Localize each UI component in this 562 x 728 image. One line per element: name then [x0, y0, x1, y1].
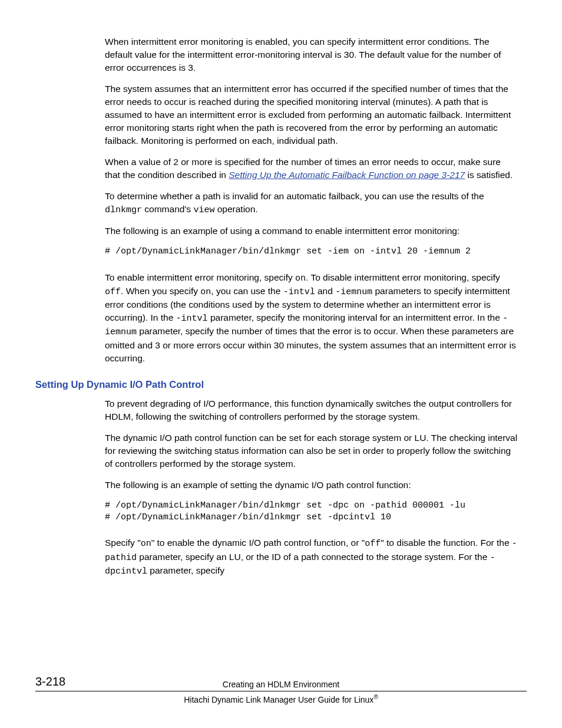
- inline-code: on: [200, 287, 211, 297]
- cross-reference-link[interactable]: Setting Up the Automatic Failback Functi…: [229, 170, 465, 180]
- registered-symbol: ®: [373, 694, 378, 700]
- chapter-title: Creating an HDLM Environment: [223, 680, 339, 689]
- paragraph: To prevent degrading of I/O performance,…: [105, 397, 518, 423]
- text: command's: [142, 204, 193, 214]
- paragraph: When intermittent error monitoring is en…: [105, 35, 518, 74]
- inline-code: on: [141, 539, 151, 549]
- text: parameter, specify: [147, 565, 224, 575]
- text: " to enable the dynamic I/O path control…: [151, 538, 365, 548]
- text: . To disable intermittent error monitori…: [306, 272, 500, 282]
- text: " to disable the function. For the: [381, 538, 512, 548]
- text: Hitachi Dynamic Link Manager User Guide …: [184, 695, 373, 704]
- command-block: # /opt/DynamicLinkManager/bin/dlnkmgr se…: [105, 500, 518, 524]
- text: parameter, specify an LU, or the ID of a…: [137, 552, 490, 562]
- paragraph: The dynamic I/O path control function ca…: [105, 431, 518, 470]
- text: To enable intermittent error monitoring,…: [105, 272, 295, 282]
- text: To determine whether a path is invalid f…: [105, 191, 484, 201]
- text: parameter, specify the number of times t…: [105, 326, 516, 363]
- text: Specify ": [105, 538, 141, 548]
- paragraph: The system assumes that an intermittent …: [105, 83, 518, 147]
- document-title: Hitachi Dynamic Link Manager User Guide …: [35, 694, 527, 704]
- paragraph: To determine whether a path is invalid f…: [105, 190, 518, 216]
- inline-code: view: [193, 205, 214, 215]
- inline-code: off: [365, 539, 381, 549]
- page-number: 3-218: [35, 675, 65, 689]
- text: is satisfied.: [465, 170, 513, 180]
- page-footer: 3-218 Creating an HDLM Environment Hitac…: [35, 679, 527, 704]
- text: parameter, specify the monitoring interv…: [208, 312, 503, 322]
- text: . When you specify: [121, 286, 200, 296]
- text: operation.: [214, 204, 257, 214]
- section-heading: Setting Up Dynamic I/O Path Control: [35, 379, 518, 390]
- paragraph: Specify "on" to enable the dynamic I/O p…: [105, 536, 518, 578]
- inline-code: off: [105, 287, 121, 297]
- inline-code: -intvl: [283, 287, 315, 297]
- text: , you can use the: [211, 286, 283, 296]
- command-block: # /opt/DynamicLinkManager/bin/dlnkmgr se…: [105, 246, 518, 258]
- paragraph: The following is an example of using a c…: [105, 225, 518, 238]
- inline-code: on: [295, 274, 306, 284]
- inline-code: -intvl: [176, 314, 208, 324]
- paragraph: The following is an example of setting t…: [105, 479, 518, 492]
- inline-code: dlnkmgr: [105, 205, 142, 215]
- paragraph: To enable intermittent error monitoring,…: [105, 271, 518, 365]
- text: and: [315, 286, 335, 296]
- inline-code: -iemnum: [335, 287, 372, 297]
- paragraph: When a value of 2 or more is specified f…: [105, 156, 518, 182]
